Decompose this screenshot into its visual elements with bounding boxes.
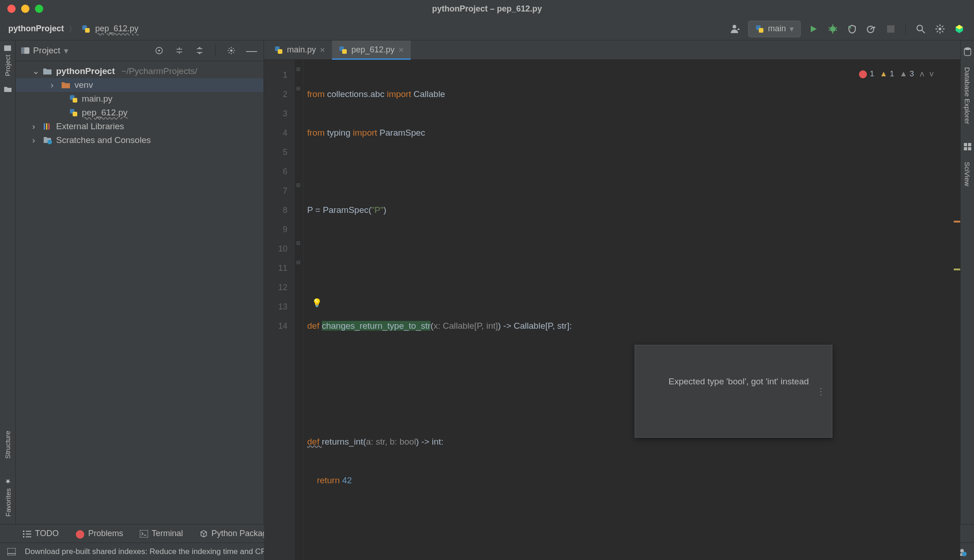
tab-pep612-py[interactable]: pep_612.py ✕ [332,40,411,59]
ide-logo-icon[interactable] [953,23,966,35]
project-panel-header: Project ▾ — [16,40,264,61]
tree-root[interactable]: ⌄ pythonProject ~/PycharmProjects/ [16,64,264,78]
tree-scratches[interactable]: › Scratches and Consoles [16,133,264,147]
chevron-right-icon: › [51,80,57,90]
window-minimize-button[interactable] [21,5,29,13]
main-toolbar: pythonProject 〉 pep_612.py main ▾ [0,17,974,40]
project-tool-button[interactable]: Project [4,45,11,76]
tree-item-label: main.py [82,94,113,104]
tree-root-path: ~/PycharmProjects/ [121,66,197,76]
stop-button[interactable] [884,23,897,35]
coverage-button[interactable] [846,23,859,35]
prev-highlight-icon[interactable]: ʌ [920,64,924,84]
svg-rect-39 [964,147,967,150]
project-panel: Project ▾ — ⌄ pythonProject ~/PycharmPro… [16,40,264,524]
structure-tool-button[interactable]: Structure [4,431,11,459]
terminal-tab[interactable]: Terminal [140,529,183,538]
problems-icon: ⬤ [75,529,85,539]
project-tree[interactable]: ⌄ pythonProject ~/PycharmProjects/ › ven… [16,61,264,150]
window-zoom-button[interactable] [35,5,43,13]
svg-rect-38 [968,143,971,146]
svg-rect-18 [4,46,11,51]
tab-close-icon[interactable]: ✕ [398,46,404,54]
code-editor[interactable]: from collections.abc import Callable fro… [304,60,954,560]
svg-rect-47 [140,530,148,537]
chevron-down-icon: ⌄ [32,66,39,76]
svg-point-54 [962,552,967,556]
search-everywhere-icon[interactable] [914,23,927,35]
svg-rect-43 [23,533,24,535]
panel-settings-icon[interactable] [225,44,238,57]
svg-rect-1 [85,28,90,33]
favorites-tool-button[interactable]: Favorites ★ [4,477,12,517]
breadcrumb[interactable]: pythonProject 〉 pep_612.py [8,23,138,34]
editor-area: main.py ✕ pep_612.py ✕ 12345678910111213… [264,40,960,524]
folder-icon [42,66,52,76]
tab-close-icon[interactable]: ✕ [320,46,326,54]
breadcrumb-project[interactable]: pythonProject [8,24,64,34]
tree-external-libs[interactable]: › External Libraries [16,120,264,133]
svg-line-10 [829,30,830,30]
chevron-down-icon: ▾ [790,24,794,34]
debug-button[interactable] [826,23,839,35]
python-file-icon [81,24,91,34]
todo-icon [23,530,31,537]
svg-rect-46 [26,536,31,537]
svg-rect-14 [887,25,894,33]
tree-item-label: Scratches and Consoles [56,135,151,145]
svg-line-8 [829,28,830,28]
problems-tab[interactable]: ⬤ Problems [75,529,123,539]
intention-bulb-icon[interactable]: 💡 [312,293,322,313]
tree-venv[interactable]: › venv [16,78,264,92]
svg-rect-45 [23,536,24,537]
svg-rect-37 [964,143,967,146]
breadcrumb-separator: 〉 [69,23,77,34]
chevron-right-icon: › [32,121,39,131]
tree-item-label: pep_612.py [82,108,127,118]
sciview-tool-icon[interactable] [963,143,972,151]
tab-main-py[interactable]: main.py ✕ [268,40,332,59]
weak-warning-icon: ▲ [900,64,907,84]
tooltip-more-icon[interactable]: ⋮ [816,382,825,401]
svg-rect-28 [44,123,45,130]
profiler-button[interactable] [865,23,878,35]
svg-rect-20 [21,47,24,54]
run-config-label: main [768,24,786,34]
svg-point-17 [939,28,941,30]
left-tool-strip: Project Structure Favorites ★ [0,40,16,524]
run-config-selector[interactable]: main ▾ [748,21,801,37]
tree-file-main[interactable]: main.py [16,92,264,106]
sciview-button[interactable]: SciView [963,162,971,186]
window-close-button[interactable] [7,5,16,13]
python-icon [755,24,764,34]
breadcrumb-file[interactable]: pep_612.py [95,24,138,34]
user-icon[interactable] [729,23,742,35]
folder-icon [61,80,71,90]
tab-label: pep_612.py [351,45,395,55]
hide-panel-icon[interactable]: — [245,44,258,57]
settings-icon[interactable] [934,23,946,35]
statusbar-toggle-icon[interactable] [7,548,16,555]
svg-line-16 [922,30,925,33]
expand-all-icon[interactable] [173,44,186,57]
folder-tool-icon[interactable] [4,86,12,92]
tree-root-name: pythonProject [56,66,115,76]
chevron-down-icon[interactable]: ▾ [64,46,69,56]
editor-body: 1234567891011121314 ⊟ ⊟ ⊟ ⊟ ⊟ from colle… [264,60,960,560]
select-opened-file-icon[interactable] [153,44,166,57]
next-highlight-icon[interactable]: v [930,64,934,84]
fold-strip[interactable]: ⊟ ⊟ ⊟ ⊟ ⊟ [295,60,304,560]
collapse-all-icon[interactable] [193,44,206,57]
run-button[interactable] [807,23,820,35]
line-gutter[interactable]: 1234567891011121314 [264,60,295,560]
svg-line-13 [871,28,872,29]
database-explorer-button[interactable]: Database Explorer [963,67,971,124]
svg-point-23 [230,50,233,52]
todo-tab[interactable]: TODO [23,529,59,538]
tab-label: main.py [287,45,316,55]
database-tool-icon[interactable] [963,47,972,56]
error-stripe[interactable] [954,60,960,560]
inspection-widget[interactable]: ⬤1 ▲1 ▲3 ʌ v [859,64,934,84]
tree-file-pep612[interactable]: pep_612.py [16,106,264,120]
python-file-icon [338,46,348,55]
